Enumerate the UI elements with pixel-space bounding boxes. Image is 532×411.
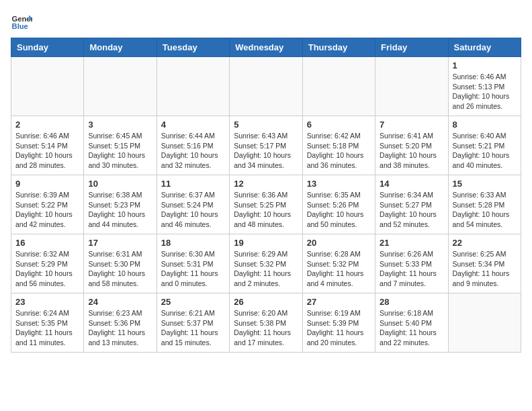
calendar-cell: 7Sunrise: 6:41 AM Sunset: 5:20 PM Daylig… [375, 116, 448, 175]
weekday-header-row: SundayMondayTuesdayWednesdayThursdayFrid… [11, 38, 521, 57]
day-number: 7 [380, 120, 443, 130]
day-info: Sunrise: 6:42 AM Sunset: 5:18 PM Dayligh… [307, 131, 371, 171]
weekday-header-wednesday: Wednesday [230, 38, 302, 57]
day-info: Sunrise: 6:46 AM Sunset: 5:14 PM Dayligh… [15, 131, 79, 171]
day-number: 9 [15, 179, 79, 189]
day-number: 13 [307, 179, 371, 189]
calendar-table: SundayMondayTuesdayWednesdayThursdayFrid… [11, 38, 521, 353]
calendar-week-2: 2Sunrise: 6:46 AM Sunset: 5:14 PM Daylig… [11, 116, 521, 175]
calendar-cell: 12Sunrise: 6:36 AM Sunset: 5:25 PM Dayli… [230, 175, 302, 234]
calendar-cell: 8Sunrise: 6:40 AM Sunset: 5:21 PM Daylig… [448, 116, 521, 175]
calendar-cell: 23Sunrise: 6:24 AM Sunset: 5:35 PM Dayli… [11, 293, 84, 353]
day-number: 27 [307, 297, 371, 307]
weekday-header-sunday: Sunday [11, 38, 84, 57]
day-info: Sunrise: 6:19 AM Sunset: 5:39 PM Dayligh… [307, 308, 371, 348]
calendar-cell: 25Sunrise: 6:21 AM Sunset: 5:37 PM Dayli… [157, 293, 229, 353]
day-number: 17 [88, 238, 152, 248]
day-number: 5 [234, 120, 298, 130]
day-number: 28 [380, 297, 443, 307]
svg-text:Blue: Blue [12, 22, 28, 30]
weekday-header-thursday: Thursday [302, 38, 375, 57]
calendar-cell: 22Sunrise: 6:25 AM Sunset: 5:34 PM Dayli… [448, 234, 521, 293]
calendar-week-4: 16Sunrise: 6:32 AM Sunset: 5:29 PM Dayli… [11, 234, 521, 293]
calendar-cell: 6Sunrise: 6:42 AM Sunset: 5:18 PM Daylig… [302, 116, 375, 175]
day-info: Sunrise: 6:29 AM Sunset: 5:32 PM Dayligh… [234, 249, 298, 289]
day-number: 18 [161, 238, 225, 248]
day-info: Sunrise: 6:20 AM Sunset: 5:38 PM Dayligh… [234, 308, 298, 348]
calendar-week-5: 23Sunrise: 6:24 AM Sunset: 5:35 PM Dayli… [11, 293, 521, 353]
calendar-cell [11, 57, 84, 116]
weekday-header-saturday: Saturday [448, 38, 521, 57]
calendar-cell: 1Sunrise: 6:46 AM Sunset: 5:13 PM Daylig… [448, 57, 521, 116]
day-number: 25 [161, 297, 225, 307]
day-number: 12 [234, 179, 298, 189]
calendar-cell: 18Sunrise: 6:30 AM Sunset: 5:31 PM Dayli… [157, 234, 229, 293]
logo: General Blue [11, 11, 35, 32]
calendar-cell: 13Sunrise: 6:35 AM Sunset: 5:26 PM Dayli… [302, 175, 375, 234]
calendar-cell: 15Sunrise: 6:33 AM Sunset: 5:28 PM Dayli… [448, 175, 521, 234]
weekday-header-friday: Friday [375, 38, 448, 57]
calendar-cell [157, 57, 229, 116]
day-info: Sunrise: 6:26 AM Sunset: 5:33 PM Dayligh… [380, 249, 443, 289]
day-number: 3 [88, 120, 152, 130]
day-number: 19 [234, 238, 298, 248]
calendar-cell: 14Sunrise: 6:34 AM Sunset: 5:27 PM Dayli… [375, 175, 448, 234]
day-info: Sunrise: 6:33 AM Sunset: 5:28 PM Dayligh… [453, 190, 517, 230]
day-info: Sunrise: 6:36 AM Sunset: 5:25 PM Dayligh… [234, 190, 298, 230]
weekday-header-monday: Monday [84, 38, 157, 57]
day-number: 21 [380, 238, 443, 248]
calendar-cell: 19Sunrise: 6:29 AM Sunset: 5:32 PM Dayli… [230, 234, 302, 293]
logo-icon: General Blue [11, 11, 32, 32]
day-info: Sunrise: 6:41 AM Sunset: 5:20 PM Dayligh… [380, 131, 443, 171]
calendar-cell [230, 57, 302, 116]
calendar-cell: 20Sunrise: 6:28 AM Sunset: 5:32 PM Dayli… [302, 234, 375, 293]
calendar-cell: 5Sunrise: 6:43 AM Sunset: 5:17 PM Daylig… [230, 116, 302, 175]
calendar-cell [84, 57, 157, 116]
calendar-cell: 2Sunrise: 6:46 AM Sunset: 5:14 PM Daylig… [11, 116, 84, 175]
day-number: 14 [380, 179, 443, 189]
calendar-week-3: 9Sunrise: 6:39 AM Sunset: 5:22 PM Daylig… [11, 175, 521, 234]
day-number: 1 [453, 60, 517, 71]
day-number: 15 [453, 179, 517, 189]
day-info: Sunrise: 6:18 AM Sunset: 5:40 PM Dayligh… [380, 308, 443, 348]
day-number: 11 [161, 179, 225, 189]
page-header: General Blue [11, 11, 521, 32]
day-info: Sunrise: 6:32 AM Sunset: 5:29 PM Dayligh… [15, 249, 79, 289]
day-info: Sunrise: 6:43 AM Sunset: 5:17 PM Dayligh… [234, 131, 298, 171]
calendar-week-1: 1Sunrise: 6:46 AM Sunset: 5:13 PM Daylig… [11, 57, 521, 116]
day-info: Sunrise: 6:38 AM Sunset: 5:23 PM Dayligh… [88, 190, 152, 230]
calendar-cell: 28Sunrise: 6:18 AM Sunset: 5:40 PM Dayli… [375, 293, 448, 353]
day-number: 10 [88, 179, 152, 189]
day-info: Sunrise: 6:45 AM Sunset: 5:15 PM Dayligh… [88, 131, 152, 171]
day-info: Sunrise: 6:37 AM Sunset: 5:24 PM Dayligh… [161, 190, 225, 230]
day-info: Sunrise: 6:24 AM Sunset: 5:35 PM Dayligh… [15, 308, 79, 348]
calendar-cell [375, 57, 448, 116]
calendar-cell: 17Sunrise: 6:31 AM Sunset: 5:30 PM Dayli… [84, 234, 157, 293]
day-info: Sunrise: 6:44 AM Sunset: 5:16 PM Dayligh… [161, 131, 225, 171]
calendar-cell [302, 57, 375, 116]
calendar-cell: 16Sunrise: 6:32 AM Sunset: 5:29 PM Dayli… [11, 234, 84, 293]
day-info: Sunrise: 6:46 AM Sunset: 5:13 PM Dayligh… [453, 72, 517, 111]
calendar-cell: 27Sunrise: 6:19 AM Sunset: 5:39 PM Dayli… [302, 293, 375, 353]
calendar-cell: 26Sunrise: 6:20 AM Sunset: 5:38 PM Dayli… [230, 293, 302, 353]
calendar-cell [448, 293, 521, 353]
day-info: Sunrise: 6:40 AM Sunset: 5:21 PM Dayligh… [453, 131, 517, 171]
calendar-cell: 24Sunrise: 6:23 AM Sunset: 5:36 PM Dayli… [84, 293, 157, 353]
day-info: Sunrise: 6:28 AM Sunset: 5:32 PM Dayligh… [307, 249, 371, 289]
day-info: Sunrise: 6:39 AM Sunset: 5:22 PM Dayligh… [15, 190, 79, 230]
weekday-header-tuesday: Tuesday [157, 38, 229, 57]
day-number: 16 [15, 238, 79, 248]
day-number: 22 [453, 238, 517, 248]
calendar-cell: 3Sunrise: 6:45 AM Sunset: 5:15 PM Daylig… [84, 116, 157, 175]
day-number: 8 [453, 120, 517, 130]
day-number: 2 [15, 120, 79, 130]
day-info: Sunrise: 6:31 AM Sunset: 5:30 PM Dayligh… [88, 249, 152, 289]
day-info: Sunrise: 6:23 AM Sunset: 5:36 PM Dayligh… [88, 308, 152, 348]
calendar-cell: 9Sunrise: 6:39 AM Sunset: 5:22 PM Daylig… [11, 175, 84, 234]
day-number: 26 [234, 297, 298, 307]
calendar-cell: 21Sunrise: 6:26 AM Sunset: 5:33 PM Dayli… [375, 234, 448, 293]
day-number: 20 [307, 238, 371, 248]
day-info: Sunrise: 6:25 AM Sunset: 5:34 PM Dayligh… [453, 249, 517, 289]
calendar-cell: 10Sunrise: 6:38 AM Sunset: 5:23 PM Dayli… [84, 175, 157, 234]
day-info: Sunrise: 6:21 AM Sunset: 5:37 PM Dayligh… [161, 308, 225, 348]
